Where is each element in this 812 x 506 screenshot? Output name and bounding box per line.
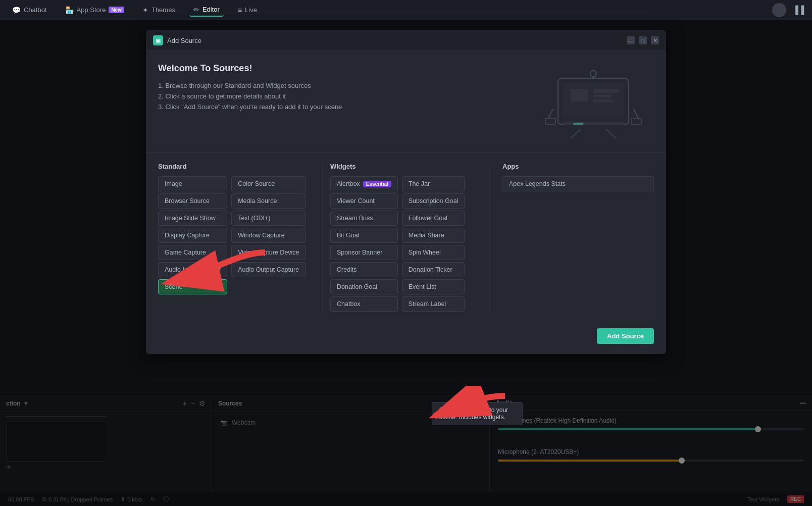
nav-editor[interactable]: ✏ Editor — [189, 4, 224, 17]
apps-column: Apps Apex Legends Stats — [502, 163, 654, 312]
widget-stream-boss[interactable]: Stream Boss — [330, 211, 398, 226]
source-game-capture[interactable]: Game Capture — [158, 245, 227, 260]
add-source-modal: ▣ Add Source — □ ✕ Welcome To Sources! 1… — [146, 30, 666, 354]
source-color-source[interactable]: Color Source — [231, 176, 306, 191]
svg-rect-6 — [593, 95, 611, 97]
illustration-svg — [543, 64, 644, 139]
svg-rect-5 — [593, 89, 619, 93]
modal-app-icon: ▣ — [153, 35, 163, 45]
widget-media-share[interactable]: Media Share — [402, 228, 465, 243]
widget-stream-label[interactable]: Stream Label — [402, 296, 465, 312]
svg-line-11 — [634, 109, 639, 119]
standard-column: Standard Image Browser Source Image Slid… — [158, 163, 310, 312]
source-browser-source[interactable]: Browser Source — [158, 193, 227, 209]
welcome-content: Welcome To Sources! 1. Browse through ou… — [158, 63, 523, 140]
user-avatar[interactable] — [772, 3, 786, 17]
app-apex-legends-stats[interactable]: Apex Legends Stats — [502, 176, 654, 191]
nav-chatbot[interactable]: 💬 Chatbot — [8, 4, 51, 16]
sources-grid: Standard Image Browser Source Image Slid… — [146, 152, 666, 324]
welcome-steps-list: 1. Browse through our Standard and Widge… — [158, 82, 523, 111]
svg-rect-4 — [571, 89, 588, 102]
widget-event-list[interactable]: Event List — [402, 279, 465, 294]
modal-welcome-section: Welcome To Sources! 1. Browse through ou… — [146, 51, 666, 152]
add-source-button[interactable]: Add Source — [597, 328, 654, 344]
widget-subscription-goal[interactable]: Subscription Goal — [402, 193, 465, 209]
widgets-column-header: Widgets — [330, 163, 482, 170]
welcome-step-2: 2. Click a source to get more details ab… — [158, 92, 523, 100]
modal-titlebar: ▣ Add Source — □ ✕ — [146, 30, 666, 51]
widget-chatbox[interactable]: Chatbox — [330, 296, 398, 312]
source-audio-input-capture[interactable]: Audio Input Capture — [158, 262, 227, 277]
main-background: ▣ Add Source — □ ✕ Welcome To Sources! 1… — [0, 20, 812, 506]
add-source-tooltip: Add a new Source to your Scene. Includes… — [432, 402, 523, 425]
widgets-col1-items: Alertbox Essential Viewer Count Stream B… — [330, 176, 398, 312]
nav-themes[interactable]: ✦ Themes — [138, 4, 179, 16]
standard-widgets-divider — [320, 163, 320, 312]
widget-alertbox[interactable]: Alertbox Essential — [330, 176, 398, 191]
source-scene[interactable]: Scene — [158, 279, 227, 294]
svg-rect-7 — [593, 99, 615, 102]
widgets-column: Widgets Alertbox Essential Viewer Count … — [330, 163, 482, 312]
themes-icon: ✦ — [142, 6, 148, 14]
modal-close-button[interactable]: ✕ — [651, 36, 659, 44]
nav-right-controls: ▐▐ — [772, 3, 804, 17]
widgets-apps-divider — [492, 163, 492, 312]
source-text-gdi[interactable]: Text (GDI+) — [231, 211, 306, 226]
modal-maximize-button[interactable]: □ — [639, 36, 647, 44]
widget-viewer-count[interactable]: Viewer Count — [330, 193, 398, 209]
nav-live[interactable]: ≡ Live — [234, 4, 261, 16]
widget-sponsor-banner[interactable]: Sponsor Banner — [330, 245, 398, 260]
modal-title-text: Add Source — [167, 37, 623, 44]
standard-col1-items: Image Browser Source Image Slide Show Di… — [158, 176, 227, 294]
standard-col2-items: Color Source Media Source Text (GDI+) Wi… — [231, 176, 306, 294]
welcome-illustration — [533, 63, 654, 140]
source-window-capture[interactable]: Window Capture — [231, 228, 306, 243]
svg-line-15 — [606, 129, 616, 138]
widget-credits[interactable]: Credits — [330, 262, 398, 277]
widget-donation-ticker[interactable]: Donation Ticker — [402, 262, 465, 277]
source-video-capture-device[interactable]: Video Capture Device — [231, 245, 306, 260]
source-display-capture[interactable]: Display Capture — [158, 228, 227, 243]
welcome-title: Welcome To Sources! — [158, 63, 523, 74]
svg-line-10 — [548, 109, 553, 119]
widget-spin-wheel[interactable]: Spin Wheel — [402, 245, 465, 260]
widget-follower-goal[interactable]: Follower Goal — [402, 211, 465, 226]
welcome-step-3: 3. Click "Add Source" when you're ready … — [158, 103, 523, 111]
widget-donation-goal[interactable]: Donation Goal — [330, 279, 398, 294]
svg-point-2 — [590, 71, 596, 77]
widgets-col2-items: The Jar Subscription Goal Follower Goal … — [402, 176, 465, 312]
modal-window-controls: — □ ✕ — [627, 36, 659, 44]
apps-column-header: Apps — [502, 163, 654, 170]
standard-column-header: Standard — [158, 163, 310, 170]
editor-icon: ✏ — [193, 6, 199, 14]
welcome-step-1: 1. Browse through our Standard and Widge… — [158, 82, 523, 89]
widget-bit-goal[interactable]: Bit Goal — [330, 228, 398, 243]
modal-minimize-button[interactable]: — — [627, 36, 635, 44]
svg-rect-13 — [631, 118, 641, 124]
essential-badge: Essential — [363, 181, 391, 187]
chatbot-icon: 💬 — [12, 6, 21, 14]
svg-rect-9 — [573, 123, 583, 125]
source-image[interactable]: Image — [158, 176, 227, 191]
widget-the-jar[interactable]: The Jar — [402, 176, 465, 191]
source-image-slide-show[interactable]: Image Slide Show — [158, 211, 227, 226]
nav-appstore[interactable]: 🏪 App Store New — [61, 4, 128, 16]
source-media-source[interactable]: Media Source — [231, 193, 306, 209]
live-icon: ≡ — [238, 6, 242, 14]
menu-bars-icon[interactable]: ▐▐ — [792, 6, 804, 15]
top-nav: 💬 Chatbot 🏪 App Store New ✦ Themes ✏ Edi… — [0, 0, 812, 20]
svg-line-14 — [571, 129, 581, 138]
source-audio-output-capture[interactable]: Audio Output Capture — [231, 262, 306, 277]
appstore-icon: 🏪 — [65, 6, 74, 14]
svg-rect-8 — [563, 122, 624, 125]
apps-items: Apex Legends Stats — [502, 176, 654, 191]
svg-rect-12 — [545, 118, 555, 124]
